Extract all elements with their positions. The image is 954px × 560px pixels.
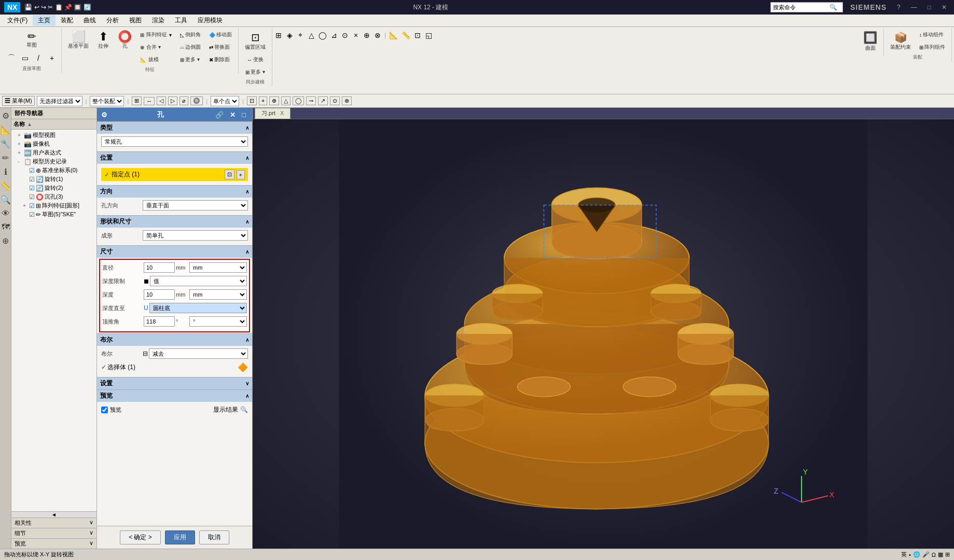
position-section-header[interactable]: 位置 ∧: [97, 151, 252, 164]
assembly-filter-select[interactable]: 整个装配: [90, 96, 124, 106]
menu-assembly[interactable]: 装配: [56, 15, 78, 26]
cancel-button[interactable]: 取消: [199, 530, 229, 544]
tb-small-6[interactable]: ⊿: [329, 30, 339, 41]
related-arrow[interactable]: ∨: [89, 519, 93, 527]
sort-icon[interactable]: ▲: [27, 121, 32, 127]
settings-arrow[interactable]: ∨: [245, 381, 249, 386]
scroll-indicator[interactable]: ◄: [11, 511, 96, 517]
nav-item-datum[interactable]: ☑ ⊕ 基准坐标系(0): [12, 166, 95, 175]
replace-button[interactable]: ⇄ 替换面: [206, 41, 235, 53]
preview-checkbox-label[interactable]: 预览: [101, 406, 121, 414]
apply-button[interactable]: 应用: [165, 530, 195, 544]
side-icon-sketch[interactable]: ✏: [1, 152, 10, 164]
point-rule-select[interactable]: 单个点: [211, 96, 239, 106]
sketch-rect-button[interactable]: ▭: [19, 52, 31, 64]
nav-item-revolve1[interactable]: ☑ 🔄 旋转(1): [12, 175, 95, 184]
diameter-unit-select[interactable]: mm: [189, 262, 247, 273]
side-icon-model[interactable]: 📐: [0, 124, 12, 136]
menu-view[interactable]: 视图: [124, 15, 147, 26]
t2-snap-3[interactable]: ⊕: [269, 96, 279, 105]
menu-tools[interactable]: 工具: [170, 15, 192, 26]
win-help-button[interactable]: ?: [894, 3, 904, 12]
side-icon-info[interactable]: ℹ: [3, 166, 8, 178]
hole-type-select[interactable]: 常规孔: [101, 136, 248, 147]
chamfer-button[interactable]: ◺ 倒斜角: [177, 29, 204, 40]
shape-arrow[interactable]: ∧: [245, 219, 249, 225]
show-result-search-icon[interactable]: 🔍: [240, 406, 248, 413]
tb-small-3[interactable]: ⌖: [295, 29, 306, 41]
sketch-button[interactable]: ✏ 草图: [22, 29, 41, 51]
depth-through-select[interactable]: 圆柱底: [149, 303, 247, 313]
hole-direction-select[interactable]: 垂直于面: [143, 200, 248, 211]
detail-arrow[interactable]: ∨: [89, 529, 93, 537]
t2-snap-9[interactable]: ⊗: [342, 96, 352, 105]
selection-filter-select[interactable]: 无选择过滤器: [37, 96, 82, 106]
tb-small-8[interactable]: ×: [351, 30, 361, 41]
nav-item-revolve2[interactable]: ☑ 🔄 旋转(2): [12, 184, 95, 192]
nav-item-model-view[interactable]: + 📷 模型视图: [12, 131, 95, 139]
status-mic-icon[interactable]: 🎤: [922, 551, 930, 558]
tb-small-11[interactable]: 📐: [388, 30, 399, 41]
search-icon[interactable]: 🔍: [826, 3, 840, 12]
t2-icon-6[interactable]: 🔘: [190, 96, 203, 105]
boolean-section-header[interactable]: 布尔 ∧: [97, 333, 252, 346]
nav-item-sketch5[interactable]: ☑ ✏ 草图(5)"SKE": [12, 210, 95, 219]
preview-section-arrow[interactable]: ∨: [89, 540, 93, 548]
dialog-expand-icon[interactable]: □: [240, 111, 248, 119]
expand-model-history[interactable]: -: [18, 159, 23, 164]
nav-item-camera[interactable]: + 📸 摄像机: [12, 139, 95, 148]
tb-small-2[interactable]: ◈: [284, 30, 295, 41]
form-select[interactable]: 简单孔: [143, 230, 248, 241]
side-icon-extra[interactable]: ⊕: [1, 235, 10, 247]
menu-home[interactable]: 主页: [33, 15, 56, 26]
t2-icon-5[interactable]: ⌀: [179, 96, 188, 105]
tb-small-14[interactable]: ◱: [423, 30, 434, 41]
tb-small-7[interactable]: ⊙: [340, 30, 350, 41]
depth-limit-select[interactable]: 值: [150, 276, 247, 286]
t2-snap-1[interactable]: ⊡: [247, 96, 257, 105]
t2-icon-1[interactable]: ⊞: [132, 96, 142, 105]
side-icon-assembly[interactable]: 🔧: [0, 138, 12, 150]
depth-unit-select[interactable]: mm: [189, 289, 247, 300]
hole-button[interactable]: ⭕ 孔: [115, 29, 135, 65]
win-max-button[interactable]: □: [924, 3, 934, 12]
dialog-close-icon[interactable]: ✕: [228, 111, 238, 119]
win-min-button[interactable]: —: [908, 3, 920, 12]
fillet-button[interactable]: ⌓ 边倒圆: [177, 41, 204, 53]
tb-small-9[interactable]: ⊕: [362, 30, 372, 41]
t2-snap-6[interactable]: ⊸: [306, 96, 316, 105]
menu-render[interactable]: 渲染: [147, 15, 170, 26]
tb-small-4[interactable]: △: [306, 30, 316, 41]
transform-button[interactable]: ↔ 变换: [244, 54, 267, 65]
nav-item-pattern[interactable]: + ☑ ⊞ 阵列特征[圆形]: [12, 201, 95, 210]
ok-button[interactable]: < 确定 >: [120, 530, 161, 544]
size-arrow[interactable]: ∧: [245, 249, 249, 255]
sketch-line-button[interactable]: /: [32, 52, 45, 64]
revolve1-checkbox[interactable]: ☑: [29, 176, 35, 183]
t2-icon-4[interactable]: ▷: [168, 96, 177, 105]
revolve2-checkbox[interactable]: ☑: [29, 185, 35, 192]
type-section-header[interactable]: 类型 ∧: [97, 121, 252, 134]
csink-checkbox[interactable]: ☑: [29, 193, 35, 201]
pattern-checkbox[interactable]: ☑: [29, 202, 35, 209]
preview-header[interactable]: 预览 ∨: [11, 539, 96, 549]
more-button[interactable]: ⊞ 更多 ▾: [177, 54, 204, 65]
sketch5-checkbox[interactable]: ☑: [29, 211, 35, 218]
direction-section-header[interactable]: 方向 ∧: [97, 185, 252, 198]
t2-snap-2[interactable]: ⌖: [259, 96, 267, 105]
type-arrow[interactable]: ∧: [245, 125, 249, 131]
delete-face-button[interactable]: ✖ 删除面: [206, 54, 235, 65]
tb-small-12[interactable]: 📏: [400, 30, 412, 41]
move-component-button[interactable]: ↕ 移动组件: [916, 29, 948, 40]
nav-item-model-history[interactable]: - 📋 模型历史记录: [12, 157, 95, 166]
draft-button[interactable]: 📐 拔模: [137, 54, 175, 65]
assembly-bundle-button[interactable]: 📦 装配约束: [887, 29, 914, 53]
array-component-button[interactable]: ⊞ 阵列组件: [916, 41, 948, 53]
sketch-arc-button[interactable]: ⌒: [5, 52, 18, 64]
tb-small-13[interactable]: ⊡: [412, 30, 423, 41]
direction-arrow[interactable]: ∧: [245, 189, 249, 194]
tb-small-1[interactable]: ⊞: [273, 30, 284, 41]
side-icon-view[interactable]: 👁: [1, 208, 11, 219]
side-icon-gear[interactable]: ⚙: [1, 110, 10, 122]
t2-snap-7[interactable]: ↗: [318, 96, 328, 105]
